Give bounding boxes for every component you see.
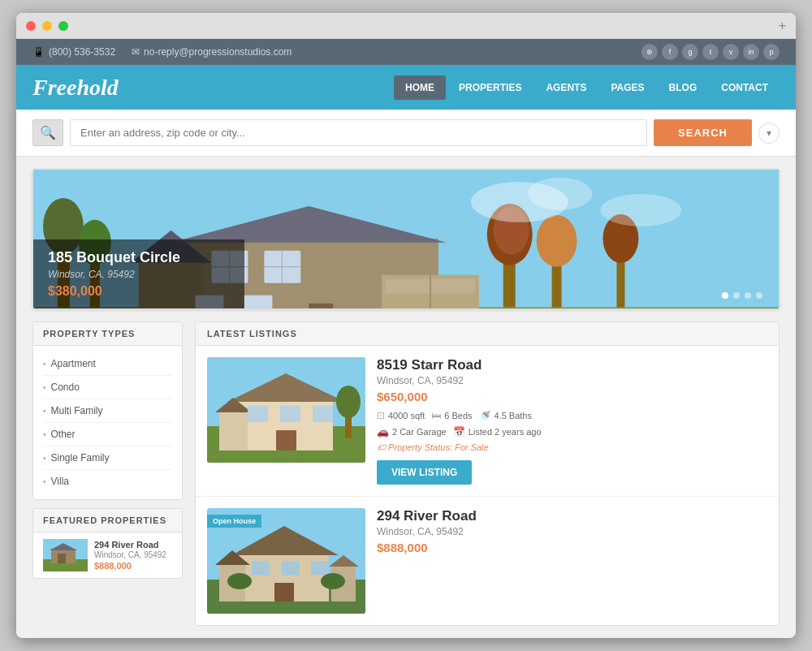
type-other[interactable]: • Other	[43, 423, 172, 446]
close-button[interactable]	[26, 21, 36, 31]
email-icon: ✉	[132, 46, 140, 58]
listing-city-1: Windsor, CA, 95492	[377, 375, 767, 386]
bed-icon: 🛏	[431, 410, 441, 421]
svg-rect-45	[248, 406, 268, 422]
listing-city-2: Windsor, CA, 95492	[377, 526, 767, 537]
hero-address: 185 Bouquet Circle	[48, 249, 230, 266]
slider-dot-2[interactable]	[733, 292, 740, 299]
listed-detail: 📅 Listed 2 years ago	[453, 426, 542, 438]
bullet-icon: •	[43, 430, 46, 439]
listing-thumb-1[interactable]	[207, 357, 365, 463]
svg-point-63	[227, 573, 252, 589]
open-house-badge: Open House	[207, 515, 261, 528]
beds-value: 6 Beds	[444, 411, 472, 420]
type-villa[interactable]: • Villa	[43, 470, 172, 493]
listed-value: Listed 2 years ago	[469, 427, 542, 437]
nav-agents[interactable]: AGENTS	[534, 75, 598, 100]
nav-bar: Freehold HOME PROPERTIES AGENTS PAGES BL…	[16, 65, 796, 110]
sqft-detail: ⊡ 4000 sqft	[377, 410, 425, 421]
new-tab-button[interactable]: +	[779, 19, 786, 33]
svg-rect-47	[313, 406, 333, 422]
baths-value: 4.5 Baths	[495, 411, 532, 420]
hero-slider[interactable]: 185 Bouquet Circle Windsor, CA, 95492 $3…	[32, 169, 780, 309]
svg-rect-23	[309, 304, 333, 308]
search-input[interactable]	[70, 119, 647, 146]
rss-icon[interactable]: ⊛	[641, 44, 658, 60]
slider-dot-1[interactable]	[722, 292, 728, 299]
listing-item-2: Open House 294 River Road Windsor, CA, 9…	[196, 497, 779, 625]
bullet-icon: •	[43, 477, 46, 486]
social-links: ⊛ f g t v in p	[641, 44, 780, 60]
nav-properties[interactable]: PROPERTIES	[447, 75, 533, 100]
twitter-icon[interactable]: t	[702, 44, 719, 60]
listing-details-1: ⊡ 4000 sqft 🛏 6 Beds 🚿	[377, 410, 767, 421]
svg-rect-57	[252, 561, 270, 576]
bullet-icon: •	[43, 454, 46, 463]
garage-detail: 🚗 2 Car Garage	[377, 426, 447, 438]
nav-pages[interactable]: PAGES	[599, 75, 655, 100]
listing-thumb-2[interactable]: Open House	[207, 508, 365, 614]
search-section: 🔍 SEARCH ▾	[16, 110, 796, 157]
linkedin-icon[interactable]: in	[743, 44, 759, 60]
listing-title-1: 8519 Starr Road	[377, 357, 767, 373]
nav-home[interactable]: HOME	[394, 75, 446, 100]
listing-item-1: 8519 Starr Road Windsor, CA, 95492 $650,…	[196, 346, 779, 497]
pinterest-icon[interactable]: p	[763, 44, 780, 60]
type-villa-label: Villa	[51, 476, 69, 487]
top-bar: 📱 (800) 536-3532 ✉ no-reply@progressions…	[16, 39, 796, 65]
hero-price: $380,000	[48, 284, 230, 299]
hero-caption: 185 Bouquet Circle Windsor, CA, 95492 $3…	[33, 239, 244, 308]
property-types-widget: PROPERTY TYPES • Apartment • Condo	[32, 321, 183, 500]
listing-title-2: 294 River Road	[377, 508, 767, 524]
sqft-value: 4000 sqft	[388, 411, 425, 420]
listing-info-2: 294 River Road Windsor, CA, 95492 $888,0…	[377, 508, 767, 561]
browser-window: + 📱 (800) 536-3532 ✉ no-reply@progressio…	[16, 13, 796, 638]
nav-contact[interactable]: CONTACT	[710, 75, 780, 100]
featured-property-item[interactable]: 294 River Road Windsor, CA, 95492 $888,0…	[33, 532, 182, 578]
search-button[interactable]: SEARCH	[654, 119, 752, 146]
svg-rect-43	[219, 410, 248, 451]
facebook-icon[interactable]: f	[662, 44, 678, 60]
chevron-down-icon[interactable]: ▾	[758, 123, 780, 144]
vimeo-icon[interactable]: v	[723, 44, 739, 60]
type-multi-family[interactable]: • Multi Family	[43, 399, 172, 423]
svg-point-64	[321, 573, 345, 589]
bullet-icon: •	[43, 383, 46, 392]
calendar-icon: 📅	[453, 426, 465, 438]
listing-price-2: $888,000	[377, 541, 767, 554]
svg-rect-58	[282, 561, 300, 576]
type-condo-label: Condo	[51, 382, 80, 393]
featured-info: 294 River Road Windsor, CA, 95492 $888,0…	[94, 539, 172, 571]
listing-price-1: $650,000	[377, 390, 767, 403]
site-logo[interactable]: Freehold	[32, 75, 119, 101]
type-condo[interactable]: • Condo	[43, 376, 172, 399]
maximize-button[interactable]	[58, 21, 68, 31]
listings-widget: LATEST LISTINGS	[195, 321, 780, 626]
property-types-header: PROPERTY TYPES	[33, 322, 182, 346]
google-plus-icon[interactable]: g	[682, 44, 698, 60]
email-address: no-reply@progressionstudios.com	[144, 46, 292, 58]
phone-icon: 📱	[32, 46, 45, 58]
nav-blog[interactable]: BLOG	[658, 75, 709, 100]
type-single-family[interactable]: • Single Family	[43, 446, 172, 470]
listing-info-1: 8519 Starr Road Windsor, CA, 95492 $650,…	[377, 357, 767, 485]
featured-city: Windsor, CA, 95492	[94, 550, 172, 559]
nav-links: HOME PROPERTIES AGENTS PAGES BLOG CONTAC…	[394, 75, 780, 100]
listing-status-1: 🏷 Property Status: For Sale	[377, 442, 767, 452]
type-single-family-label: Single Family	[51, 452, 110, 463]
baths-detail: 🚿 4.5 Baths	[479, 410, 532, 421]
hero-city: Windsor, CA, 95492	[48, 269, 230, 280]
svg-rect-59	[311, 561, 329, 576]
right-column: LATEST LISTINGS	[195, 321, 780, 626]
featured-properties-widget: FEATURED PROPERTIES	[32, 508, 183, 579]
slider-dot-3[interactable]	[745, 292, 751, 299]
slider-dot-4[interactable]	[756, 292, 762, 299]
featured-thumb	[43, 539, 88, 571]
main-content: 185 Bouquet Circle Windsor, CA, 95492 $3…	[16, 157, 796, 638]
listing-image-1	[207, 357, 365, 463]
svg-point-28	[537, 215, 577, 267]
svg-rect-46	[280, 406, 300, 422]
type-apartment[interactable]: • Apartment	[43, 352, 172, 376]
minimize-button[interactable]	[42, 21, 52, 31]
view-listing-button-1[interactable]: VIEW LISTING	[377, 460, 472, 485]
